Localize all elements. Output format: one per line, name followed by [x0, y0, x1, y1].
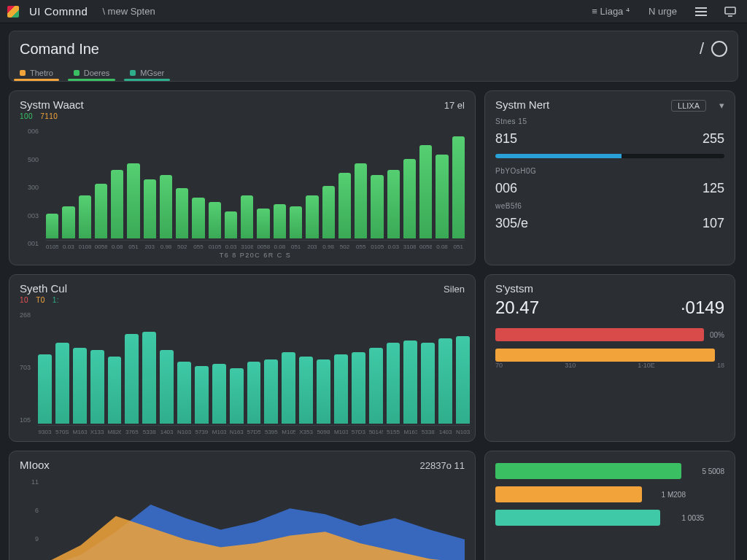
bar[interactable] [62, 206, 74, 238]
dot-icon [130, 70, 136, 76]
bar[interactable] [230, 368, 244, 424]
hamburger-icon[interactable] [692, 4, 711, 20]
tab-thetro[interactable]: Thetro [20, 69, 53, 81]
bar[interactable] [456, 336, 470, 424]
command-tabs: Thetro Doeres MGser [20, 61, 727, 81]
chart-system-cul: 268703105 9303570SM163X133M8263765533814… [20, 308, 465, 435]
command-clear-icon[interactable] [711, 41, 727, 57]
bar[interactable] [274, 204, 286, 238]
bar[interactable] [355, 163, 367, 238]
bar[interactable] [125, 334, 139, 424]
panel-header-value: 17 el [444, 100, 465, 111]
mini-stat: 1: [53, 296, 59, 304]
stat-value: 305/e [495, 216, 528, 231]
bar[interactable] [176, 188, 188, 238]
menu-item-liaga[interactable]: ≡ Liaga ⁴ [587, 3, 634, 20]
bar[interactable] [108, 357, 122, 424]
bar[interactable] [241, 195, 253, 238]
bar[interactable] [55, 343, 69, 424]
display-icon[interactable] [721, 4, 740, 20]
bar[interactable] [95, 184, 107, 238]
bar[interactable] [195, 366, 209, 424]
panel-title: MIoox [20, 459, 50, 471]
bar[interactable] [387, 343, 400, 424]
panel-system-cul: Syeth Cul Silen 10 T0 1: 268703105 93035… [9, 274, 476, 442]
stat-label: PbYOsH0G [495, 167, 536, 175]
progress-bar [495, 154, 724, 158]
bar[interactable] [111, 170, 123, 238]
stat-row: PbYOsH0G [495, 167, 724, 175]
dashboard-grid: Systm Waact 17 el 100 7110 0065003000030… [0, 82, 747, 560]
bar[interactable] [247, 362, 261, 424]
bar[interactable] [46, 214, 58, 238]
bar[interactable] [419, 145, 432, 238]
bar[interactable] [79, 195, 91, 238]
bar[interactable] [73, 348, 87, 424]
bar[interactable] [403, 159, 416, 238]
big-value-right: ·0149 [681, 298, 724, 318]
bar[interactable] [225, 211, 237, 238]
bar[interactable] [421, 343, 435, 424]
big-value-left: 20.47 [495, 298, 539, 318]
tab-label: Thetro [30, 69, 53, 77]
bar[interactable] [144, 179, 156, 238]
bar[interactable] [452, 136, 465, 238]
panel-mini-stats: 100 7110 [20, 112, 465, 120]
bar[interactable] [90, 350, 104, 424]
tab-label: MGser [140, 69, 164, 77]
menu-item-view[interactable]: \ mew Spten [98, 3, 159, 20]
bar[interactable] [306, 195, 318, 238]
panel-system-net: Systm Nert LLIXA ▾ Stnes 15815255PbYOsH0… [484, 90, 735, 265]
stat-value: 107 [703, 216, 724, 231]
bar[interactable] [403, 341, 417, 424]
menu-item-nurge[interactable]: N urge [644, 3, 681, 20]
svg-rect-0 [725, 7, 735, 14]
panel-header-value: Silen [444, 284, 465, 295]
bar[interactable] [436, 155, 448, 238]
chevron-down-icon[interactable]: ▾ [719, 100, 724, 111]
bar[interactable] [38, 354, 52, 424]
tab-dores[interactable]: Doeres [74, 69, 109, 81]
tab-mgser[interactable]: MGser [130, 69, 164, 81]
panel-big-values: 20.47 ·0149 [495, 298, 724, 318]
panel-title: Systm Nert [495, 98, 549, 111]
panel-mlox: MIoox 22837o 11 11690 006121551063510821… [9, 451, 476, 560]
bar[interactable] [160, 350, 174, 424]
bar[interactable] [317, 359, 330, 424]
bar[interactable] [322, 186, 335, 238]
hbar-rows: 5 50081 M2081 0035 [495, 463, 724, 526]
bar[interactable] [338, 173, 351, 238]
hbar [495, 510, 660, 526]
segment-scale: 703101·10E18 [495, 362, 724, 369]
bar[interactable] [334, 354, 348, 424]
panel-badge[interactable]: LLIXA [671, 100, 706, 112]
bar[interactable] [282, 352, 295, 424]
bar[interactable] [177, 362, 191, 424]
hbar [495, 463, 681, 479]
bar[interactable] [290, 206, 302, 238]
stat-row: Stnes 15 [495, 117, 724, 125]
bar[interactable] [212, 364, 226, 424]
bar[interactable] [369, 348, 383, 424]
bar[interactable] [352, 352, 365, 424]
mini-stat: 100 [20, 112, 33, 120]
panel-title: Syeth Cul [20, 282, 67, 295]
bar[interactable] [438, 338, 452, 424]
dot-icon [74, 70, 80, 76]
bar[interactable] [209, 202, 221, 238]
bar[interactable] [127, 163, 139, 238]
panel-title: S'ystsm [495, 282, 533, 295]
bar[interactable] [264, 359, 278, 424]
bar[interactable] [142, 332, 156, 424]
bar[interactable] [371, 175, 383, 238]
bar[interactable] [299, 357, 313, 424]
chart-x-caption: T6 8 P20C 6R C S [46, 252, 465, 259]
dot-icon [20, 70, 26, 76]
bar[interactable] [160, 175, 172, 238]
bar[interactable] [192, 198, 204, 238]
bar[interactable] [257, 209, 269, 238]
panel-mini-stats: 10 T0 1: [20, 296, 465, 304]
command-slash-icon[interactable]: / [692, 39, 711, 58]
stat-value: 125 [703, 181, 724, 196]
bar[interactable] [387, 170, 400, 238]
